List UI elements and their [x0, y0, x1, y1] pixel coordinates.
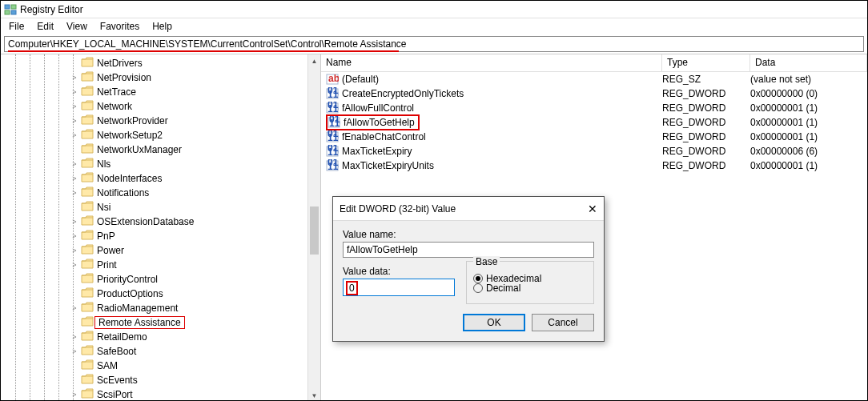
tree-item-prioritycontrol[interactable]: PriorityControl	[70, 272, 320, 287]
binary-value-icon: 011110	[326, 145, 339, 158]
tree-item-remote-assistance[interactable]: Remote Assistance	[70, 315, 320, 330]
tree-body[interactable]: NetDrivers>NetProvision>NetTrace>Network…	[1, 54, 320, 401]
folder-icon	[81, 215, 94, 229]
tree-item-nodeinterfaces[interactable]: >NodeInterfaces	[70, 171, 320, 186]
value-row[interactable]: 011110MaxTicketExpiryREG_DWORD0x00000006…	[321, 144, 867, 158]
chevron-icon[interactable]: >	[70, 333, 79, 341]
value-row[interactable]: 011110fAllowToGetHelpREG_DWORD0x00000001…	[321, 115, 867, 130]
chevron-icon[interactable]: >	[70, 391, 79, 399]
tree-label: NetProvision	[95, 72, 153, 83]
radio-decimal[interactable]: Decimal	[473, 283, 587, 294]
scroll-thumb[interactable]	[310, 207, 319, 255]
base-legend: Base	[473, 256, 500, 267]
folder-icon	[81, 186, 94, 200]
tree-item-notifications[interactable]: >Notifications	[70, 186, 320, 200]
tree-item-network[interactable]: >Network	[70, 99, 320, 114]
folder-icon	[81, 86, 94, 99]
folder-icon	[81, 158, 94, 171]
folder-icon	[81, 259, 94, 272]
folder-icon	[81, 114, 94, 128]
menu-help[interactable]: Help	[146, 20, 179, 33]
cancel-button[interactable]: Cancel	[532, 314, 594, 331]
tree-label: NetDrivers	[95, 58, 144, 69]
tree-item-safeboot[interactable]: >SafeBoot	[70, 344, 320, 359]
value-name: MaxTicketExpiry	[342, 146, 412, 157]
chevron-icon[interactable]: >	[70, 74, 79, 82]
folder-icon	[81, 345, 94, 359]
tree-item-productoptions[interactable]: ProductOptions	[70, 287, 320, 301]
base-fieldset: Base Hexadecimal Decimal	[466, 261, 594, 304]
chevron-icon[interactable]: >	[70, 304, 79, 312]
value-type: REG_DWORD	[662, 131, 750, 142]
tree-label: ScsiPort	[95, 389, 135, 400]
dialog-title-bar[interactable]: Edit DWORD (32-bit) Value ✕	[333, 197, 604, 221]
tree-item-print[interactable]: >Print	[70, 258, 320, 272]
folder-icon	[81, 71, 94, 85]
tree-label: SafeBoot	[95, 346, 138, 357]
menu-edit[interactable]: Edit	[30, 20, 60, 33]
chevron-icon[interactable]: >	[70, 102, 79, 110]
address-text: Computer\HKEY_LOCAL_MACHINE\SYSTEM\Curre…	[8, 38, 407, 50]
tree-item-scsiport[interactable]: >ScsiPort	[70, 387, 320, 401]
tree-item-nettrace[interactable]: >NetTrace	[70, 85, 320, 99]
value-name-field[interactable]: fAllowToGetHelp	[343, 242, 594, 258]
menu-favorites[interactable]: Favorites	[94, 20, 146, 33]
folder-icon	[81, 129, 94, 142]
tree-item-pnp[interactable]: >PnP	[70, 229, 320, 243]
tree-item-nls[interactable]: >Nls	[70, 157, 320, 171]
col-data-header[interactable]: Data	[750, 54, 867, 71]
chevron-icon[interactable]: >	[70, 261, 79, 269]
tree-item-retaildemo[interactable]: >RetailDemo	[70, 330, 320, 344]
svg-rect-3	[11, 10, 16, 14]
ok-button[interactable]: OK	[463, 314, 525, 331]
value-data-field[interactable]: 0	[343, 279, 455, 296]
tree-item-sam[interactable]: SAM	[70, 359, 320, 373]
value-row[interactable]: 011110fAllowFullControlREG_DWORD0x000000…	[321, 101, 867, 115]
tree-label: NetworkProvider	[95, 115, 170, 126]
chevron-icon[interactable]: >	[70, 160, 79, 168]
value-row[interactable]: 011110CreateEncryptedOnlyTicketsREG_DWOR…	[321, 86, 867, 101]
chevron-icon[interactable]: >	[70, 117, 79, 125]
chevron-icon[interactable]: >	[70, 347, 79, 355]
value-data: 0x00000001 (1)	[750, 117, 867, 128]
menu-view[interactable]: View	[60, 20, 94, 33]
tree-item-netprovision[interactable]: >NetProvision	[70, 70, 320, 85]
tree-item-osextensiondatabase[interactable]: >OSExtensionDatabase	[70, 215, 320, 229]
col-name-header[interactable]: Name	[321, 54, 662, 71]
tree-item-networkprovider[interactable]: >NetworkProvider	[70, 114, 320, 128]
tree-item-networkuxmanager[interactable]: NetworkUxManager	[70, 142, 320, 157]
folder-icon	[81, 316, 94, 330]
svg-rect-0	[5, 5, 10, 9]
binary-value-icon: 011110	[326, 102, 339, 114]
menu-file[interactable]: File	[2, 20, 30, 33]
value-row[interactable]: ab(Default)REG_SZ(value not set)	[321, 72, 867, 86]
value-row[interactable]: 011110fEnableChatControlREG_DWORD0x00000…	[321, 130, 867, 144]
tree-item-power[interactable]: >Power	[70, 243, 320, 258]
binary-value-icon: 011110	[328, 116, 340, 129]
radio-checked-icon	[473, 274, 483, 283]
value-type: REG_DWORD	[662, 117, 750, 128]
tree-item-netdrivers[interactable]: NetDrivers	[70, 56, 320, 70]
chevron-icon[interactable]: >	[70, 189, 79, 197]
scroll-up-icon[interactable]: ▲	[308, 54, 320, 67]
tree-item-scevents[interactable]: ScEvents	[70, 373, 320, 387]
chevron-icon[interactable]: >	[70, 247, 79, 255]
tree-label: PnP	[95, 231, 117, 242]
chevron-icon[interactable]: >	[70, 232, 79, 240]
tree-label: RetailDemo	[95, 331, 149, 343]
chevron-icon[interactable]: >	[70, 174, 79, 182]
col-type-header[interactable]: Type	[662, 54, 750, 71]
chevron-icon[interactable]: >	[70, 218, 79, 226]
tree-item-radiomanagement[interactable]: >RadioManagement	[70, 301, 320, 315]
value-row[interactable]: 011110MaxTicketExpiryUnitsREG_DWORD0x000…	[321, 158, 867, 173]
tree-label: NetTrace	[95, 86, 138, 98]
chevron-icon[interactable]: >	[70, 131, 79, 139]
tree-item-nsi[interactable]: Nsi	[70, 200, 320, 215]
chevron-icon[interactable]: >	[70, 88, 79, 96]
tree-item-networksetup2[interactable]: >NetworkSetup2	[70, 128, 320, 142]
address-bar[interactable]: Computer\HKEY_LOCAL_MACHINE\SYSTEM\Curre…	[4, 36, 864, 52]
tree-scrollbar[interactable]: ▲ ▼	[307, 54, 320, 401]
folder-icon	[81, 287, 94, 301]
close-icon[interactable]: ✕	[588, 203, 597, 215]
scroll-down-icon[interactable]: ▼	[308, 389, 320, 401]
